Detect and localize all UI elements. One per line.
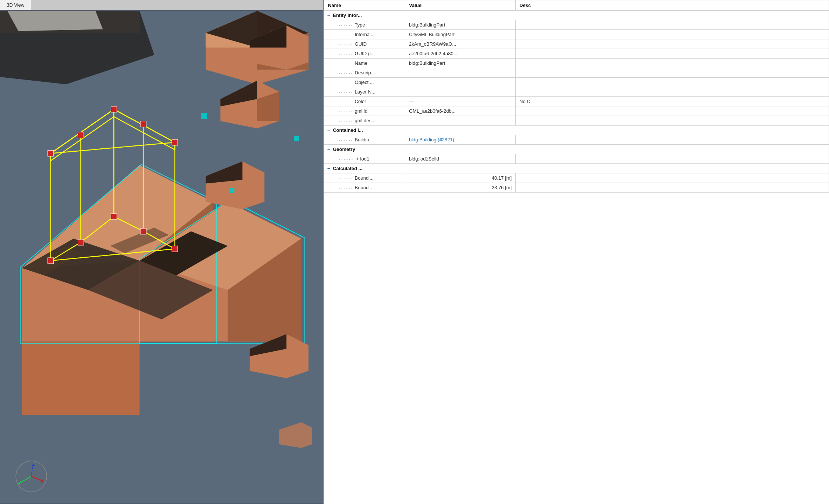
svg-rect-52 — [294, 136, 299, 141]
dot-line-1-0: ········· — [338, 138, 353, 142]
table-row: ·········Layer N... — [324, 87, 829, 97]
section-header-contained-in[interactable]: − Contained i... — [324, 126, 829, 135]
viewport-3d[interactable] — [0, 10, 323, 504]
properties-scroll[interactable]: Name Value Desc − Entity Infor... ······… — [324, 0, 829, 504]
table-row: ·········gml:idGML_ae2b0fa6-2db... — [324, 106, 829, 116]
table-row: ·········Boundi...40.17 [m] — [324, 173, 829, 183]
prop-value-2-0: bldg:lod1Solid — [405, 154, 516, 164]
dot-line-3-1: ········· — [338, 186, 353, 190]
tab-3d-view[interactable]: 3D View — [0, 0, 31, 10]
right-panel: Name Value Desc − Entity Infor... ······… — [324, 0, 829, 504]
section-expand-icon-entity-info[interactable]: − — [327, 13, 330, 18]
prop-value-0-3: ae2b0fa6-2db2-4a80... — [405, 49, 516, 59]
prop-name-0-10: ·········gml:des... — [324, 116, 405, 126]
svg-rect-30 — [78, 132, 84, 138]
table-row: ·········Color---No C — [324, 97, 829, 106]
svg-rect-51 — [229, 188, 234, 193]
table-row: ·········GUID (r...ae2b0fa6-2db2-4a80... — [324, 49, 829, 59]
table-row: ·········Buildin...bldg:Building (#2821) — [324, 135, 829, 145]
prop-desc-2-0 — [516, 154, 829, 164]
prop-desc-0-4 — [516, 59, 829, 68]
prop-desc-3-1 — [516, 183, 829, 193]
prop-desc-3-0 — [516, 173, 829, 183]
section-expand-icon-geometry[interactable]: − — [327, 147, 330, 152]
dot-line-0-9: ········· — [338, 110, 353, 113]
dot-line-0-0: ········· — [338, 24, 353, 27]
section-header-entity-info[interactable]: − Entity Infor... — [324, 11, 829, 20]
table-row: ·········GUID2kAm_cBR9AW9aO... — [324, 39, 829, 49]
left-panel: 3D View — [0, 0, 324, 504]
col-value-header: Value — [405, 0, 516, 11]
dot-line-0-8: ········· — [338, 100, 353, 104]
dot-line-0-5: ········· — [338, 71, 353, 75]
prop-name-2-0: ·········+lod1 — [324, 154, 405, 164]
dot-line-0-7: ········· — [338, 91, 353, 94]
prop-value-0-10 — [405, 116, 516, 126]
section-title-calculated: Calculated ... — [333, 166, 362, 171]
table-row: ·········Boundi...23.76 [m] — [324, 183, 829, 193]
svg-rect-31 — [111, 106, 117, 112]
svg-rect-50 — [201, 113, 207, 119]
svg-marker-58 — [32, 464, 35, 466]
prop-name-0-6: ·········Object ... — [324, 78, 405, 87]
prop-desc-0-2 — [516, 39, 829, 49]
plus-icon-2-0[interactable]: + — [356, 156, 359, 162]
dot-line-0-10: ········· — [338, 119, 353, 123]
prop-name-0-0: ·········Type — [324, 20, 405, 30]
col-name-header: Name — [324, 0, 405, 11]
prop-name-0-2: ·········GUID — [324, 39, 405, 49]
prop-value-3-1: 23.76 [m] — [405, 183, 516, 193]
prop-value-0-4: bldg:BuildingPart — [405, 59, 516, 68]
section-title-contained-in: Contained i... — [333, 127, 363, 133]
tab-bar: 3D View — [0, 0, 323, 10]
section-header-geometry[interactable]: − Geometry — [324, 145, 829, 154]
prop-name-0-8: ·········Color — [324, 97, 405, 106]
section-title-entity-info: Entity Infor... — [333, 13, 362, 18]
dot-line-0-6: ········· — [338, 81, 353, 85]
table-header-row: Name Value Desc — [324, 0, 829, 11]
col-desc-header: Desc — [516, 0, 829, 11]
prop-value-0-1: CityGML BuildingPart — [405, 30, 516, 39]
prop-value-0-5 — [405, 68, 516, 78]
prop-desc-0-5 — [516, 68, 829, 78]
svg-rect-29 — [48, 151, 54, 156]
table-row: ·········Internal...CityGML BuildingPart — [324, 30, 829, 39]
prop-value-0-7 — [405, 87, 516, 97]
svg-rect-32 — [140, 121, 146, 127]
prop-desc-0-10 — [516, 116, 829, 126]
prop-value-3-0: 40.17 [m] — [405, 173, 516, 183]
properties-body: − Entity Infor... ·········Typebldg:Buil… — [324, 11, 829, 193]
prop-desc-0-9 — [516, 106, 829, 116]
scene-svg — [0, 10, 323, 504]
prop-name-1-0: ·········Buildin... — [324, 135, 405, 145]
svg-rect-35 — [78, 239, 84, 245]
prop-name-0-1: ·········Internal... — [324, 30, 405, 39]
section-expand-icon-contained-in[interactable]: − — [327, 127, 330, 133]
prop-name-0-3: ·········GUID (r... — [324, 49, 405, 59]
table-row: ·········gml:des... — [324, 116, 829, 126]
prop-value-1-0[interactable]: bldg:Building (#2821) — [405, 135, 516, 145]
prop-value-0-9: GML_ae2b0fa6-2db... — [405, 106, 516, 116]
svg-rect-36 — [111, 214, 117, 219]
prop-name-3-0: ·········Boundi... — [324, 173, 405, 183]
dot-line-0-2: ········· — [338, 43, 353, 46]
prop-link-1-0[interactable]: bldg:Building (#2821) — [409, 137, 454, 142]
prop-name-0-9: ·········gml:id — [324, 106, 405, 116]
section-expand-icon-calculated[interactable]: − — [327, 166, 330, 171]
dot-line-0-4: ········· — [338, 62, 353, 66]
dot-line-3-0: ········· — [338, 177, 353, 180]
prop-value-0-2: 2kAm_cBR9AW9aO... — [405, 39, 516, 49]
dot-line-2-0: ········· — [339, 158, 354, 161]
prop-name-0-7: ·········Layer N... — [324, 87, 405, 97]
prop-name-3-1: ·········Boundi... — [324, 183, 405, 193]
section-header-calculated[interactable]: − Calculated ... — [324, 164, 829, 173]
svg-rect-34 — [48, 258, 54, 264]
prop-desc-0-8: No C — [516, 97, 829, 106]
dot-line-0-3: ········· — [338, 52, 353, 56]
prop-desc-0-3 — [516, 49, 829, 59]
svg-line-59 — [18, 476, 31, 484]
svg-marker-3 — [7, 11, 103, 31]
svg-rect-38 — [172, 246, 178, 252]
table-row: ·········Object ... — [324, 78, 829, 87]
tab-label: 3D View — [7, 2, 24, 8]
